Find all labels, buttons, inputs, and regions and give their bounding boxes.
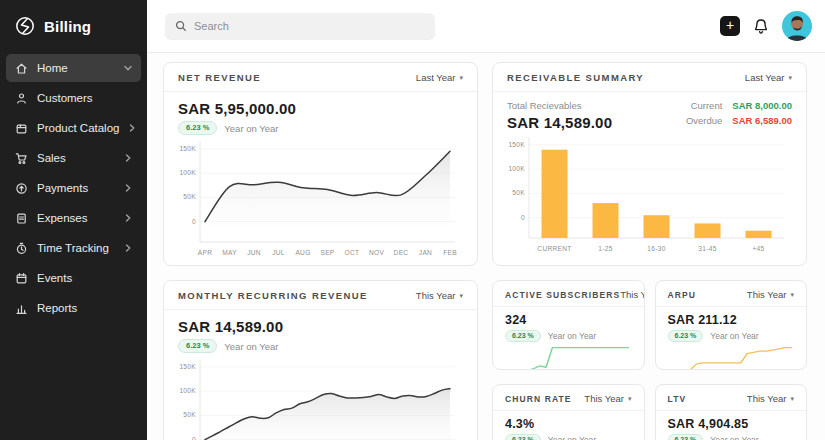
total-receivables-label: Total Recievables	[507, 100, 612, 111]
right-column: RECEIVABLE SUMMARY Last Year ▾ Total Rec…	[492, 62, 807, 440]
period-dropdown[interactable]: Last Year ▾	[416, 72, 463, 83]
ltv-card: LTV This Year ▾ SAR 4,904.85 6.23 % Year…	[655, 384, 808, 440]
card-title: ACTIVE SUBSCRIBERS	[505, 290, 620, 300]
sidebar: Billing Home Customers Product Catalog S…	[0, 0, 147, 440]
overdue-label: Overdue	[686, 115, 722, 126]
net-revenue-card: NET REVENUE Last Year ▾ SAR 5,95,000.00 …	[163, 62, 478, 266]
chevron-right-icon	[124, 214, 132, 222]
home-icon	[15, 62, 28, 75]
yoy-badge: 6.23 %	[505, 434, 541, 440]
metric-value: SAR 5,95,000.00	[178, 100, 463, 117]
card-title: RECEIVABLE SUMMARY	[507, 72, 644, 83]
period-label: This Year	[584, 393, 624, 404]
sidebar-item-label: Sales	[37, 152, 115, 164]
svg-text:100K: 100K	[179, 169, 196, 176]
chevron-down-icon	[124, 64, 132, 72]
topbar-actions: +	[720, 11, 812, 41]
metric-value: 4.3%	[505, 417, 632, 431]
active-subscribers-card: ACTIVE SUBSCRIBERS This Year ▾ 324 6.23 …	[492, 280, 645, 370]
chevron-down-icon: ▾	[459, 74, 463, 81]
svg-text:CURRENT: CURRENT	[537, 245, 571, 252]
customers-icon	[15, 92, 28, 105]
svg-text:50K: 50K	[183, 412, 196, 419]
arpu-sparkline	[668, 345, 795, 370]
svg-text:AUG: AUG	[295, 249, 310, 256]
metric-value: 324	[505, 313, 632, 327]
svg-text:1-25: 1-25	[598, 245, 612, 252]
search-box	[165, 13, 435, 40]
period-dropdown[interactable]: This Year ▾	[584, 393, 631, 404]
sidebar-item-label: Payments	[37, 182, 115, 194]
subscribers-sparkline	[505, 345, 632, 370]
period-dropdown[interactable]: This Year ▾	[620, 289, 644, 300]
search-input[interactable]	[194, 20, 425, 32]
chevron-right-icon	[124, 244, 132, 252]
sidebar-item-time-tracking[interactable]: Time Tracking	[6, 234, 141, 262]
chevron-down-icon: ▾	[790, 395, 794, 402]
period-label: This Year	[416, 290, 456, 301]
sidebar-item-label: Reports	[37, 302, 132, 314]
sales-icon	[15, 152, 28, 165]
sidebar-item-reports[interactable]: Reports	[6, 294, 141, 322]
total-receivables-value: SAR 14,589.00	[507, 114, 612, 131]
events-icon	[15, 272, 28, 285]
billing-app: Billing Home Customers Product Catalog S…	[0, 0, 825, 440]
arpu-card: ARPU This Year ▾ SAR 211.12 6.23 % Year …	[655, 280, 808, 370]
svg-text:16-30: 16-30	[647, 245, 665, 252]
reports-icon	[15, 302, 28, 315]
sidebar-item-customers[interactable]: Customers	[6, 84, 141, 112]
notifications-button[interactable]	[753, 18, 769, 35]
topbar: +	[147, 0, 825, 53]
search-icon	[175, 20, 187, 32]
sidebar-item-events[interactable]: Events	[6, 264, 141, 292]
svg-text:150K: 150K	[179, 363, 196, 370]
overdue-value: SAR 6,589.00	[732, 115, 792, 126]
sidebar-item-label: Home	[37, 62, 115, 74]
chevron-right-icon	[128, 124, 136, 132]
svg-text:0: 0	[521, 214, 525, 221]
svg-text:50K: 50K	[183, 194, 196, 201]
sidebar-item-label: Time Tracking	[37, 242, 115, 254]
yoy-badge: 6.23 %	[668, 434, 704, 440]
svg-text:SEP: SEP	[320, 249, 334, 256]
card-title: ARPU	[668, 290, 697, 300]
svg-text:JUL: JUL	[272, 249, 285, 256]
sidebar-item-sales[interactable]: Sales	[6, 144, 141, 172]
chevron-right-icon	[124, 184, 132, 192]
period-dropdown[interactable]: This Year ▾	[416, 290, 463, 301]
mrr-card: MONTHLY RECURRING REVENUE This Year ▾ SA…	[163, 280, 478, 440]
current-value: SAR 8,000.00	[732, 100, 792, 111]
dashboard-content: NET REVENUE Last Year ▾ SAR 5,95,000.00 …	[147, 53, 825, 440]
chevron-down-icon: ▾	[628, 395, 632, 402]
sidebar-item-expenses[interactable]: Expenses	[6, 204, 141, 232]
chevron-down-icon: ▾	[790, 291, 794, 298]
svg-text:MAY: MAY	[222, 249, 237, 256]
yoy-badge: 6.23 %	[178, 121, 217, 135]
metric-value: SAR 4,904.85	[668, 417, 795, 431]
period-label: Last Year	[745, 72, 785, 83]
chevron-down-icon: ▾	[788, 74, 792, 81]
net-revenue-chart: 050K100K150KAPRMAYJUNJULAUGSEPOCTNOVDECJ…	[178, 138, 463, 260]
period-dropdown[interactable]: This Year ▾	[747, 289, 794, 300]
period-dropdown[interactable]: Last Year ▾	[745, 72, 792, 83]
period-dropdown[interactable]: This Year ▾	[747, 393, 794, 404]
yoy-caption: Year on Year	[224, 341, 278, 352]
product-catalog-icon	[15, 122, 28, 135]
app-logo[interactable]: Billing	[0, 0, 147, 54]
user-avatar[interactable]	[782, 11, 812, 41]
sidebar-item-payments[interactable]: Payments	[6, 174, 141, 202]
period-label: Last Year	[416, 72, 456, 83]
svg-text:50K: 50K	[512, 189, 525, 196]
chevron-right-icon	[124, 154, 132, 162]
churn-rate-card: CHURN RATE This Year ▾ 4.3% 6.23 % Year …	[492, 384, 645, 440]
current-label: Current	[691, 100, 723, 111]
quick-add-button[interactable]: +	[720, 16, 740, 36]
card-title: MONTHLY RECURRING REVENUE	[178, 290, 368, 301]
sidebar-item-label: Events	[37, 272, 132, 284]
sidebar-item-home[interactable]: Home	[6, 54, 141, 82]
yoy-badge: 6.23 %	[668, 330, 704, 342]
sidebar-item-product-catalog[interactable]: Product Catalog	[6, 114, 141, 142]
svg-text:100K: 100K	[508, 165, 525, 172]
card-title: CHURN RATE	[505, 394, 572, 404]
svg-text:100K: 100K	[179, 387, 196, 394]
